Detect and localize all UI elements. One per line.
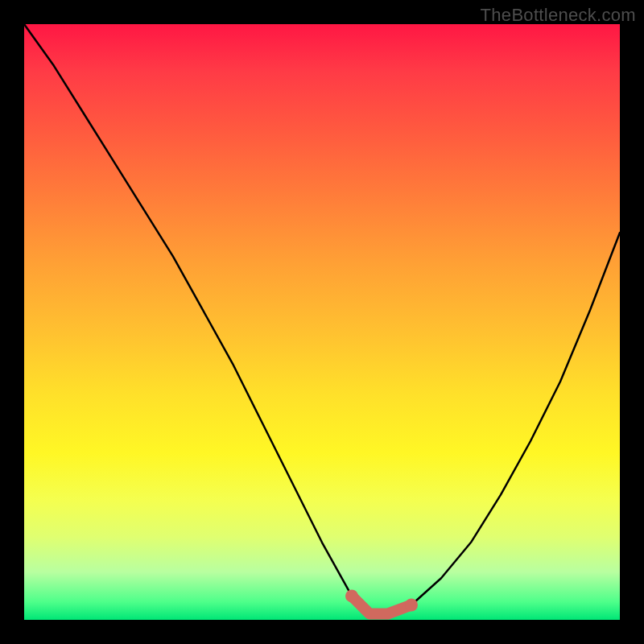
optimal-range-overlay [352,596,411,613]
curve-svg [24,24,620,620]
watermark-text: TheBottleneck.com [481,5,636,26]
bottleneck-curve [24,24,620,614]
plot-area [24,24,620,620]
chart-frame: TheBottleneck.com [0,0,644,644]
optimal-range-end-dot [405,599,418,612]
optimal-range-start-dot [345,589,358,602]
